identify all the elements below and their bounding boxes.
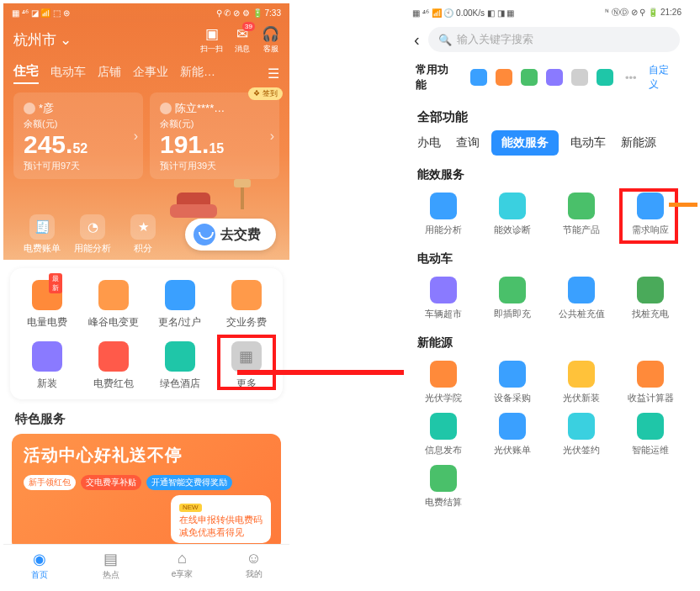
balance-label: 余额(元)	[160, 118, 271, 130]
status-bar: ▦ ⁴⁶ 📶 🕙 0.00K/s ◧ ◨ ▦ ᴺ ⓃⒹ ⊘ ⚲ 🔋 21:26	[404, 3, 690, 22]
account-name: *彦	[24, 101, 135, 116]
func-more[interactable]: ▦ 更多	[213, 341, 279, 391]
item-gx[interactable]: 光伏新装	[547, 361, 616, 404]
label: 节能产品	[547, 224, 616, 236]
status-left: ▦ ⁴⁶ 📶 🕙 0.00K/s ◧ ◨ ▦	[412, 8, 514, 18]
more-dots-icon: •••	[625, 71, 637, 84]
zz-icon	[637, 277, 664, 303]
label: 信息发布	[409, 444, 478, 456]
common-icon-1[interactable]	[496, 69, 512, 86]
func-ls[interactable]: 绿色酒店	[146, 341, 213, 391]
balance-amount: 191.15	[160, 132, 271, 157]
func-gm[interactable]: 更名/过户	[146, 280, 213, 330]
location-picker[interactable]: 杭州市 ⌄	[13, 30, 72, 50]
back-button[interactable]: ‹	[414, 30, 420, 50]
tabs-more-icon[interactable]: ☰	[268, 66, 279, 82]
item-xy[interactable]: 光伏学院	[409, 361, 478, 404]
tab-4[interactable]: 新能…	[180, 65, 215, 83]
label: 能效诊断	[478, 224, 547, 236]
item-jn[interactable]: 节能产品	[547, 193, 616, 236]
new-badge: NEW	[179, 504, 202, 512]
jn-icon	[568, 193, 595, 219]
item-yn[interactable]: 用能分析	[409, 193, 478, 236]
all-functions-title: 全部功能	[404, 98, 690, 130]
tag-badge: 最新	[49, 273, 62, 293]
item-qy[interactable]: 光伏签约	[547, 413, 616, 456]
rtab-4[interactable]: 新能源	[618, 130, 660, 156]
nav-home[interactable]: ◉ 首页	[3, 545, 75, 588]
promo-chip-0: 新手领红包	[24, 475, 76, 490]
item-xq[interactable]: 需求响应	[616, 193, 685, 236]
item-df[interactable]: 电费结算	[409, 465, 478, 509]
tab-3[interactable]: 企事业	[133, 65, 168, 83]
nav-hot[interactable]: ▤ 热点	[75, 545, 146, 588]
func-fg[interactable]: 峰谷电变更	[80, 280, 146, 330]
cs-icon	[430, 277, 457, 303]
item-sb[interactable]: 设备采购	[478, 361, 547, 404]
scan-icon: ▣	[205, 25, 219, 43]
item-zd[interactable]: 能效诊断	[478, 193, 547, 236]
nav-me[interactable]: ☺ 我的	[218, 545, 289, 588]
item-gz[interactable]: 公共桩充值	[547, 277, 616, 320]
label: 光伏新装	[547, 392, 616, 404]
quick-row: 🧾 电费账单 ◔ 用能分析 ★ 积分 去交费	[13, 214, 279, 255]
item-zz[interactable]: 找桩充电	[616, 277, 685, 320]
phone-functions: ▦ ⁴⁶ 📶 🕙 0.00K/s ◧ ◨ ▦ ᴺ ⓃⒹ ⊘ ⚲ 🔋 21:26 …	[404, 3, 690, 588]
func-dl[interactable]: 最新 电量电费	[13, 280, 80, 330]
common-icon-2[interactable]	[521, 69, 538, 86]
item-cs[interactable]: 车辆超市	[409, 277, 478, 320]
signin-badge[interactable]: ❖ 签到	[248, 87, 283, 100]
topicon-cs[interactable]: 🎧 客服	[262, 25, 279, 55]
search-placeholder: 输入关键字搜索	[457, 32, 533, 47]
item-gz2[interactable]: 光伏账单	[478, 413, 547, 456]
zn-icon	[637, 413, 664, 440]
tab-1[interactable]: 电动车	[50, 65, 86, 83]
hot-icon: ▤	[75, 550, 146, 568]
common-icon-4[interactable]	[571, 69, 588, 86]
search-input[interactable]: 🔍 输入关键字搜索	[428, 27, 680, 52]
tab-2[interactable]: 店铺	[98, 65, 121, 83]
tab-0[interactable]: 住宅	[13, 63, 39, 84]
promo-banner[interactable]: 活动中心好礼送不停 新手领红包交电费享补贴开通智能交费得奖励 NEW 在线申报转…	[12, 434, 281, 551]
item-sy[interactable]: 收益计算器	[616, 361, 685, 404]
common-icon-0[interactable]	[470, 69, 487, 86]
label: 更名/过户	[146, 315, 213, 330]
promo-chip-1: 交电费享补贴	[81, 475, 141, 490]
rtab-3[interactable]: 电动车	[567, 130, 609, 156]
label: 热点	[103, 570, 119, 579]
phone-home: ▦ ⁴⁶ ◪ 📶 ⬚ ⊜ ⚲ ✆ ⊘ ⚙ 🔋 7:33 杭州市 ⌄ ▣ 扫一扫 …	[3, 3, 289, 588]
topicon-scan[interactable]: ▣ 扫一扫	[200, 25, 223, 55]
label: 更多	[213, 377, 279, 391]
top-icons: ▣ 扫一扫 ✉ 39 消息 🎧 客服	[200, 25, 279, 55]
topicon-msg[interactable]: ✉ 39 消息	[235, 25, 250, 55]
header: 杭州市 ⌄ ▣ 扫一扫 ✉ 39 消息 🎧 客服 住宅电动车店铺企事业新能…☰ …	[3, 22, 289, 260]
label: 积分	[118, 242, 168, 255]
nav-ehome[interactable]: ⌂ e享家	[146, 545, 218, 588]
item-zn[interactable]: 智能运维	[616, 413, 685, 456]
more-icon: ▦	[231, 341, 262, 372]
location-text: 杭州市	[13, 30, 56, 50]
func-hb[interactable]: 电费红包	[80, 341, 146, 391]
common-icon-3[interactable]	[546, 69, 563, 86]
item-xf[interactable]: 信息发布	[409, 413, 478, 456]
rtab-1[interactable]: 查询	[453, 130, 483, 156]
dl-icon: 最新	[32, 280, 62, 310]
item-jc[interactable]: 即插即充	[478, 277, 547, 320]
quick-bill[interactable]: 🧾 电费账单	[17, 214, 67, 255]
jy-icon	[231, 280, 262, 310]
df-icon	[430, 465, 457, 492]
label: 需求响应	[616, 224, 685, 236]
common-icon-5[interactable]	[597, 69, 613, 86]
quick-points[interactable]: ★ 积分	[118, 214, 168, 255]
account-card-1[interactable]: ❖ 签到 陈立****… 余额(元) 191.15 预计可用39天 ›	[150, 92, 279, 179]
func-xz[interactable]: 新装	[13, 341, 80, 391]
rtab-2[interactable]: 能效服务	[491, 130, 559, 156]
rtab-0[interactable]: 办电	[414, 130, 444, 156]
account-card-0[interactable]: *彦 余额(元) 245.52 预计可用97天 ›	[13, 92, 143, 179]
quick-usage[interactable]: ◔ 用能分析	[67, 214, 118, 255]
promo-headline: 活动中心好礼送不停	[24, 444, 269, 467]
customize-link[interactable]: 自定义	[649, 63, 678, 92]
func-jy[interactable]: 交业务费	[213, 280, 279, 330]
pay-button[interactable]: 去交费	[185, 219, 276, 251]
section-title-1: 电动车	[404, 240, 690, 270]
